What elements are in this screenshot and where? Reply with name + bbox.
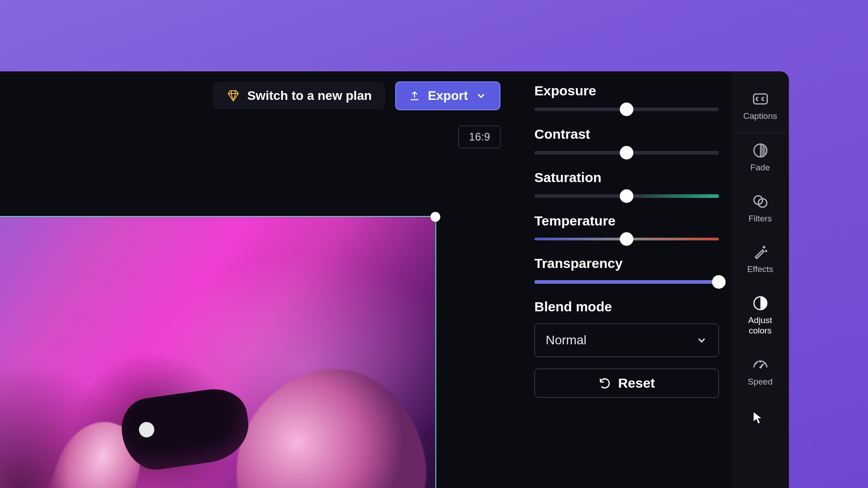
rail-label: Captions	[743, 111, 777, 122]
saturation-control: Saturation	[534, 170, 719, 198]
rail-label: Filters	[749, 214, 772, 224]
rail-item-speed[interactable]: Speed	[731, 347, 789, 398]
mouse-cursor	[753, 411, 763, 425]
filters-icon	[752, 193, 769, 210]
saturation-thumb[interactable]	[620, 189, 633, 203]
blend-mode-label: Blend mode	[534, 299, 719, 314]
exposure-thumb[interactable]	[620, 103, 633, 116]
rail-label: Fade	[750, 163, 770, 173]
speed-icon	[752, 356, 769, 373]
exposure-label: Exposure	[534, 83, 719, 99]
contrast-label: Contrast	[534, 127, 719, 142]
saturation-slider[interactable]	[534, 194, 719, 198]
transparency-label: Transparency	[534, 256, 719, 271]
blend-mode-select[interactable]: Normal	[534, 324, 719, 357]
video-preview[interactable]	[0, 216, 436, 488]
preview-content	[220, 356, 440, 488]
aspect-ratio-selector[interactable]: 16:9	[458, 126, 500, 148]
app-window: Switch to a new plan Export 16:9 Exposur…	[0, 71, 789, 488]
reset-label: Reset	[618, 375, 655, 391]
chevron-down-icon	[475, 90, 487, 102]
top-bar: Switch to a new plan Export	[213, 81, 500, 110]
switch-plan-label: Switch to a new plan	[247, 89, 372, 103]
rail-item-adjust-colors[interactable]: Adjust colors	[731, 286, 789, 347]
exposure-slider[interactable]	[534, 108, 719, 111]
adjust-colors-icon	[752, 295, 769, 312]
tool-rail: Captions Fade Filters Effects	[731, 71, 789, 488]
rail-label: Adjust colors	[748, 315, 772, 336]
upload-icon	[409, 90, 420, 102]
temperature-control: Temperature	[534, 213, 719, 240]
fade-icon	[752, 142, 769, 159]
transparency-thumb[interactable]	[712, 275, 726, 289]
contrast-control: Contrast	[534, 127, 719, 155]
chevron-down-icon	[696, 334, 708, 346]
captions-icon	[752, 90, 769, 108]
temperature-slider[interactable]	[534, 238, 719, 240]
contrast-slider[interactable]	[534, 151, 719, 155]
undo-icon	[598, 376, 612, 390]
rail-item-effects[interactable]: Effects	[731, 235, 789, 286]
exposure-control: Exposure	[534, 83, 719, 111]
contrast-thumb[interactable]	[620, 146, 633, 160]
rail-item-fade[interactable]: Fade	[731, 133, 789, 184]
rail-label: Speed	[748, 377, 773, 387]
blend-mode-value: Normal	[546, 333, 586, 347]
switch-plan-button[interactable]: Switch to a new plan	[213, 82, 385, 109]
temperature-label: Temperature	[534, 213, 719, 229]
rail-item-captions[interactable]: Captions	[731, 81, 789, 133]
export-label: Export	[428, 89, 468, 103]
aspect-ratio-value: 16:9	[469, 131, 490, 143]
export-button[interactable]: Export	[395, 81, 500, 110]
effects-icon	[752, 244, 769, 261]
diamond-icon	[226, 89, 240, 103]
saturation-label: Saturation	[534, 170, 719, 185]
svg-point-5	[759, 366, 761, 368]
preview-content	[118, 385, 253, 474]
transparency-slider[interactable]	[534, 280, 719, 284]
crop-handle-top-right[interactable]	[430, 212, 440, 222]
rail-item-filters[interactable]: Filters	[731, 184, 789, 235]
adjust-colors-panel: Exposure Contrast Saturation Temperature	[515, 71, 731, 488]
rail-label: Effects	[747, 264, 774, 275]
transparency-control: Transparency	[534, 256, 719, 284]
reset-button[interactable]: Reset	[534, 369, 719, 398]
temperature-thumb[interactable]	[620, 232, 633, 246]
